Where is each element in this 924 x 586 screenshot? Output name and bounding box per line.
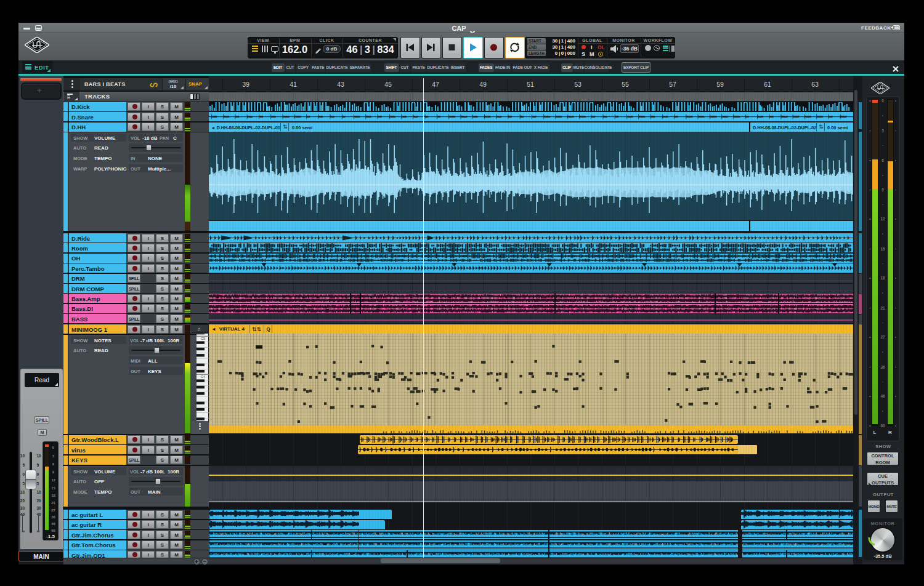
svg-text:C5: C5 (201, 336, 205, 340)
svg-text:C4: C4 (201, 374, 205, 378)
